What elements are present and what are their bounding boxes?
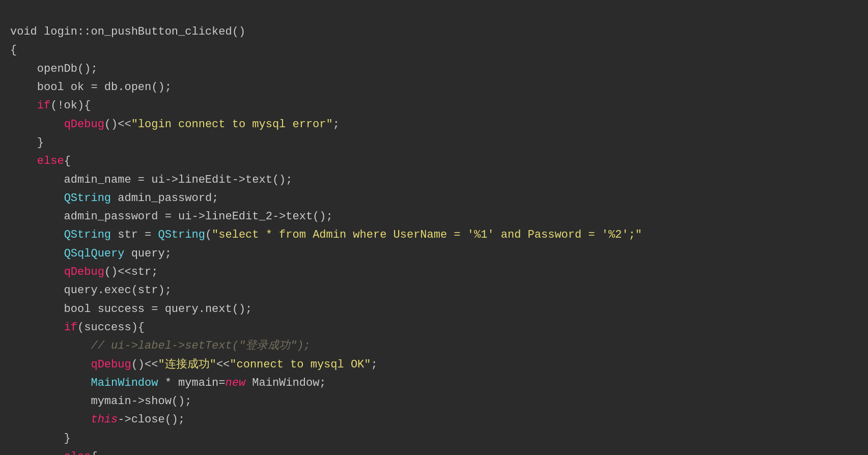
code-token <box>10 339 91 352</box>
code-token: admin_password; <box>111 192 218 205</box>
code-token: qDebug <box>91 358 131 371</box>
code-token: ()<< <box>104 118 131 131</box>
code-token: ()<<str; <box>104 266 158 278</box>
code-token: text <box>245 174 272 186</box>
code-token <box>10 413 91 426</box>
code-token: (); <box>77 63 98 75</box>
code-line: query.exec(str); <box>10 281 858 300</box>
code-token: (); <box>172 395 192 408</box>
code-token: MainWindow <box>91 377 158 389</box>
code-token: ; <box>333 118 340 131</box>
code-token: (); <box>272 174 293 186</box>
code-token: else <box>64 450 91 455</box>
code-token: (); <box>313 210 333 223</box>
code-line: admin_password = ui->lineEdit_2->text(); <box>10 208 858 226</box>
code-line: else{ <box>10 448 858 455</box>
code-token: (); <box>151 81 172 94</box>
code-token: if <box>37 99 50 112</box>
code-editor: void login::on_pushButton_clicked(){ ope… <box>0 0 868 455</box>
code-token: } <box>10 136 44 149</box>
code-token <box>10 192 64 205</box>
code-line: void login::on_pushButton_clicked() <box>10 23 858 41</box>
code-token <box>10 377 91 389</box>
code-token <box>10 155 37 167</box>
code-token: () <box>232 25 245 38</box>
code-token: bool ok = db. <box>10 81 124 94</box>
code-token: { <box>64 155 71 167</box>
code-line: openDb(); <box>10 60 858 78</box>
code-line: if(success){ <box>10 319 858 337</box>
code-token: (!ok){ <box>50 99 91 112</box>
code-token: * mymain= <box>158 377 225 389</box>
code-line: MainWindow * mymain=new MainWindow; <box>10 374 858 392</box>
code-line: bool ok = db.open(); <box>10 78 858 97</box>
code-token <box>10 229 64 241</box>
code-token: login:: <box>37 25 91 38</box>
code-token: void <box>10 25 37 38</box>
code-token <box>10 118 64 131</box>
code-token: "login connect to mysql error" <box>131 118 333 131</box>
code-token: (success){ <box>77 321 145 334</box>
code-token: bool success = query. <box>10 303 205 316</box>
code-token: query. <box>10 284 104 297</box>
code-token: query; <box>124 247 171 260</box>
code-token: { <box>10 44 17 56</box>
code-token: exec <box>104 284 131 297</box>
code-token <box>10 247 64 260</box>
code-line: { <box>10 41 858 60</box>
code-token: text <box>286 210 313 223</box>
code-line: this->close(); <box>10 411 858 429</box>
code-token: else <box>37 155 64 167</box>
code-token: ; <box>371 358 378 371</box>
code-token: QString <box>64 192 111 205</box>
code-token: close <box>131 413 165 426</box>
code-token: show <box>145 395 172 408</box>
code-token: << <box>216 358 230 371</box>
code-line: QString admin_password; <box>10 189 858 208</box>
code-line: bool success = query.next(); <box>10 300 858 319</box>
code-token: str = <box>111 229 158 241</box>
code-token: MainWindow; <box>245 377 326 389</box>
code-token: mymain-> <box>10 395 145 408</box>
code-token: qDebug <box>64 266 104 278</box>
code-line: qDebug()<<"login connect to mysql error"… <box>10 116 858 134</box>
code-token: "connect to mysql OK" <box>230 358 371 371</box>
code-token: open <box>124 81 151 94</box>
code-token: QString <box>64 229 111 241</box>
code-token: (); <box>232 303 253 316</box>
code-token: (str); <box>131 284 172 297</box>
code-token: ( <box>205 229 212 241</box>
code-token: "select * from Admin where UserName = '%… <box>212 229 642 241</box>
code-line: if(!ok){ <box>10 97 858 115</box>
code-token: "连接成功" <box>158 358 216 371</box>
code-token: QString <box>158 229 205 241</box>
code-token: -> <box>118 413 131 426</box>
code-token: on_pushButton_clicked <box>91 25 232 38</box>
code-token: qDebug <box>64 118 104 131</box>
code-line: else{ <box>10 152 858 170</box>
code-line: qDebug()<<str; <box>10 263 858 281</box>
code-token: admin_password = ui->lineEdit_2-> <box>10 210 286 223</box>
code-token: ()<< <box>131 358 158 371</box>
code-token <box>10 266 64 278</box>
code-line: qDebug()<<"连接成功"<<"connect to mysql OK"; <box>10 356 858 374</box>
code-token <box>10 99 37 112</box>
code-token: this <box>91 413 118 426</box>
code-token: new <box>226 377 246 389</box>
code-token <box>10 450 64 455</box>
code-line: } <box>10 430 858 448</box>
code-token: next <box>205 303 232 316</box>
code-token: { <box>91 450 97 455</box>
code-token: if <box>64 321 77 334</box>
code-token: // ui->label->setText("登录成功"); <box>91 339 310 352</box>
code-token: (); <box>165 413 185 426</box>
code-line: QString str = QString("select * from Adm… <box>10 226 858 244</box>
code-token: openDb <box>10 63 77 75</box>
code-line: QSqlQuery query; <box>10 245 858 263</box>
code-token: admin_name = ui->lineEdit-> <box>10 174 245 186</box>
code-token: QSqlQuery <box>64 247 125 260</box>
code-line: mymain->show(); <box>10 392 858 411</box>
code-line: } <box>10 134 858 152</box>
code-token <box>10 321 64 334</box>
code-token: } <box>10 432 71 445</box>
